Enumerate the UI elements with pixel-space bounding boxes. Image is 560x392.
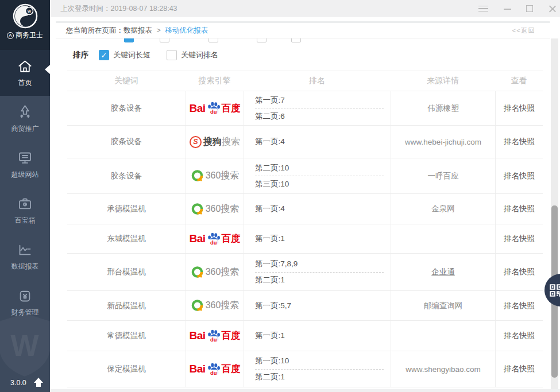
keyword-cell: 邢台模温机 — [67, 254, 186, 290]
baidu-paw-icon: du — [206, 328, 222, 344]
partial-checkbox[interactable] — [160, 38, 169, 42]
sidebar-item-finance[interactable]: 财务管理 — [0, 280, 50, 325]
keyword-length-checkbox[interactable] — [99, 50, 109, 60]
table-row: 胶条设备 Baidu百度 S搜狗搜索 360搜索 第二页:10 第三页:10 一… — [67, 158, 543, 194]
sidebar-item-label: 数据报表 — [11, 262, 39, 271]
table-row: 邢台模温机 Baidu百度 S搜狗搜索 360搜索 第一页:7,8,9 第二页:… — [67, 254, 543, 291]
rank-divider — [255, 369, 384, 370]
rank-divider — [255, 272, 384, 273]
table-row: 保定模温机 Baidu百度 S搜狗搜索 360搜索 第一页:10 第二页:1 w… — [67, 351, 543, 387]
keyword-cell: 胶条设备 — [67, 91, 186, 125]
qihoo-360-logo: 360搜索 — [191, 203, 240, 216]
keyword-cell: 保定模温机 — [67, 351, 186, 387]
sidebar-item-label: 百宝箱 — [15, 216, 36, 226]
engine-cell: Baidu百度 S搜狗搜索 360搜索 — [186, 91, 244, 125]
home-icon — [17, 59, 33, 74]
col-header-source: 来源详情 — [391, 71, 495, 91]
breadcrumb-separator: > — [156, 26, 160, 34]
sogou-s-icon: S — [190, 136, 202, 148]
engine-cell: Baidu百度 S搜狗搜索 360搜索 — [186, 194, 244, 224]
view-cell: 排名快照 — [495, 194, 543, 224]
sidebar: w A 商务卫士 首页 商贸 — [0, 0, 50, 392]
baidu-paw-icon: du — [206, 100, 222, 116]
rank-snapshot-link[interactable]: 排名快照 — [504, 301, 535, 311]
source-link[interactable]: 企业通 — [431, 267, 455, 277]
table-row: 胶条设备 Baidu百度 S搜狗搜索 360搜索 第一页:4 www.hebei… — [67, 126, 543, 158]
title-bar: 上次登录时间：2019-08-07 18:28:43 — [50, 0, 560, 17]
sidebar-item-website[interactable]: 超级网站 — [0, 142, 50, 188]
breadcrumb-current[interactable]: 移动优化报表 — [165, 26, 208, 34]
breadcrumb-prefix: 您当前所在页面： — [66, 26, 123, 34]
view-cell: 排名快照 — [495, 91, 543, 125]
keyword-cell: 承德模温机 — [67, 194, 186, 224]
sidebar-item-label: 财务管理 — [11, 308, 39, 317]
menu-icon[interactable] — [478, 4, 488, 13]
finance-icon — [17, 288, 33, 304]
maximize-icon[interactable] — [525, 4, 535, 13]
close-icon[interactable] — [547, 4, 557, 13]
back-link[interactable]: <<返回 — [512, 26, 535, 35]
rank-snapshot-link[interactable]: 排名快照 — [504, 364, 535, 374]
qihoo-ring-icon — [191, 203, 204, 216]
sidebar-item-promotion[interactable]: 商贸推广 — [0, 96, 50, 142]
rank-snapshot-link[interactable]: 排名快照 — [504, 103, 535, 114]
minimize-icon[interactable] — [503, 4, 512, 13]
view-cell: 排名快照 — [495, 291, 543, 320]
rank-cell: 第一页:5,7 — [244, 291, 391, 320]
rank-divider — [255, 176, 384, 176]
brand-name: 商务卫士 — [16, 30, 43, 40]
source-cell: 伟源橡塑 — [391, 91, 495, 125]
rank-snapshot-link[interactable]: 排名快照 — [504, 137, 535, 147]
rank-snapshot-link[interactable]: 排名快照 — [504, 204, 535, 214]
qr-code-icon — [549, 283, 560, 298]
engine-cell: Baidu百度 S搜狗搜索 360搜索 — [186, 321, 244, 351]
sidebar-item-reports[interactable]: 数据报表 — [0, 234, 50, 280]
keyword-length-label[interactable]: 关键词长短 — [113, 50, 150, 60]
keyword-rank-checkbox[interactable] — [167, 50, 177, 60]
baidu-logo: Baidu百度 — [189, 231, 240, 247]
source-cell: www.shengyibao.com — [391, 351, 495, 387]
baidu-logo: Baidu百度 — [189, 362, 240, 377]
rank-cell: 第一页:1 — [244, 224, 391, 253]
svg-text:w: w — [27, 9, 31, 14]
partial-checkbox[interactable] — [257, 38, 267, 42]
keyword-cell: 常德模温机 — [67, 321, 186, 351]
engine-cell: Baidu百度 S搜狗搜索 360搜索 — [186, 126, 244, 158]
qihoo-ring-icon — [191, 299, 204, 312]
panel-top-divider — [56, 21, 550, 23]
view-cell: 排名快照 — [495, 224, 543, 253]
table-row: 胶条设备 Baidu百度 S搜狗搜索 360搜索 第一页:7 第二页:6 伟源橡… — [67, 91, 543, 126]
col-header-view: 查看 — [495, 71, 543, 91]
app-logo-icon: w — [13, 3, 38, 29]
last-login-text: 上次登录时间：2019-08-07 18:28:43 — [60, 0, 177, 17]
upgrade-arrow-icon[interactable] — [33, 378, 44, 388]
qihoo-360-logo: 360搜索 — [191, 266, 240, 279]
baidu-paw-icon: du — [206, 362, 222, 377]
qihoo-ring-icon — [191, 169, 204, 183]
keyword-cell: 东城模温机 — [67, 224, 186, 253]
keyword-rank-label[interactable]: 关键词排名 — [181, 50, 218, 60]
sidebar-item-toolbox[interactable]: 百宝箱 — [0, 188, 50, 234]
rank-snapshot-link[interactable]: 排名快照 — [504, 331, 535, 341]
source-cell: 企业通 — [391, 254, 495, 290]
partial-checkbox[interactable] — [291, 38, 301, 42]
partial-checkbox[interactable] — [124, 38, 134, 42]
table-header-row: 关键词 搜索引擎 排名 来源详情 查看 — [67, 71, 543, 91]
sidebar-item-label: 超级网站 — [11, 170, 39, 180]
breadcrumb-section[interactable]: 数据报表 — [123, 26, 152, 34]
table-row: 承德模温机 Baidu百度 S搜狗搜索 360搜索 第一页:4 金泉网 排名快照 — [67, 194, 543, 224]
baidu-paw-icon: du — [206, 231, 222, 247]
rank-snapshot-link[interactable]: 排名快照 — [504, 234, 535, 244]
sidebar-item-label: 首页 — [18, 78, 32, 88]
brand-row: A 商务卫士 — [7, 30, 43, 40]
view-cell: 排名快照 — [495, 351, 543, 387]
rank-snapshot-link[interactable]: 排名快照 — [504, 267, 535, 277]
sidebar-item-home[interactable]: 首页 — [0, 50, 50, 96]
partial-checkbox[interactable] — [208, 38, 218, 42]
table-row: 常德模温机 Baidu百度 S搜狗搜索 360搜索 第一页:1 排名快照 — [67, 321, 543, 351]
sort-filter-row: 排序 关键词长短 关键词排名 — [73, 46, 218, 64]
table-row: 新品模温机 Baidu百度 S搜狗搜索 360搜索 第一页:5,7 邮编查询网 … — [67, 291, 543, 321]
view-cell: 排名快照 — [495, 158, 543, 193]
keyword-cell: 新品模温机 — [67, 291, 186, 320]
rank-snapshot-link[interactable]: 排名快照 — [504, 171, 535, 181]
